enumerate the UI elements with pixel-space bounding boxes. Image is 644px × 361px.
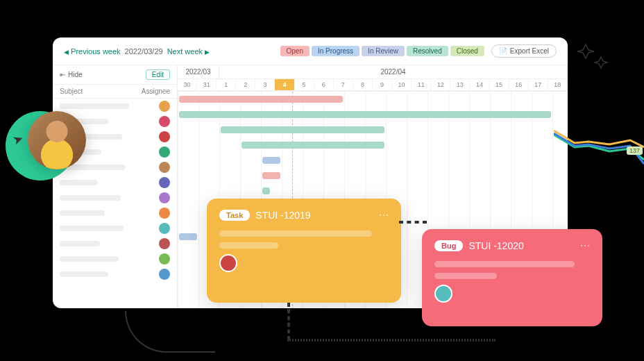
text-placeholder: [219, 242, 278, 249]
text-placeholder: [219, 230, 372, 237]
task-id: STUI -12019: [255, 210, 310, 221]
more-icon[interactable]: ⋯: [379, 210, 390, 221]
gantt-bar[interactable]: [221, 126, 384, 133]
day-cell: 17: [529, 79, 548, 91]
decorative-curve: [125, 311, 215, 353]
assignee-avatar: [159, 116, 170, 127]
toolbar: ◀ Previous week 2022/03/29 Next week ▶ O…: [53, 37, 568, 65]
table-row[interactable]: [53, 267, 177, 282]
chart-value: 137: [627, 146, 643, 155]
month-header: 2022/03: [178, 65, 219, 79]
assignee-avatar: [159, 238, 170, 249]
connector-line: [287, 303, 290, 340]
export-excel-button[interactable]: 📄 Export Excel: [491, 44, 557, 58]
table-row[interactable]: [53, 251, 177, 267]
table-row[interactable]: [53, 221, 177, 236]
gantt-bar[interactable]: [262, 157, 280, 164]
connector-line: [287, 339, 495, 342]
subject-placeholder: [60, 180, 98, 185]
assignee-avatar: [159, 131, 170, 142]
subject-placeholder: [60, 241, 100, 246]
assignee-avatar: [159, 192, 170, 203]
day-cell: 7: [334, 79, 353, 91]
gantt-bar[interactable]: [242, 142, 384, 149]
day-cell: 8: [353, 79, 373, 91]
status-in-progress[interactable]: In Progress: [312, 46, 359, 56]
subject-placeholder: [60, 256, 119, 262]
day-cell: 12: [431, 79, 450, 91]
column-assignee: Assignee: [142, 87, 170, 95]
assignee-avatar: [159, 208, 170, 219]
task-card[interactable]: ⋯ Task STUI -12019: [207, 199, 401, 303]
hero-avatar: [28, 111, 86, 169]
day-cell: 11: [412, 79, 431, 91]
assignee-avatar: [219, 254, 237, 272]
table-row[interactable]: [53, 99, 177, 114]
gantt-bar[interactable]: [262, 172, 280, 179]
day-cell: 31: [197, 79, 217, 91]
table-row[interactable]: [53, 175, 177, 190]
current-date: 2022/03/29: [125, 47, 163, 56]
subject-placeholder: [60, 103, 129, 109]
day-cell: 3: [255, 79, 275, 91]
sparkle-icon: [572, 37, 613, 79]
connector-line: [399, 221, 427, 224]
day-cell: 4: [275, 79, 294, 91]
next-week-link[interactable]: Next week ▶: [167, 47, 210, 56]
month-header: 2022/04: [219, 65, 568, 79]
gantt-bar[interactable]: [179, 96, 343, 103]
day-cell: 18: [548, 79, 568, 91]
table-row[interactable]: [53, 190, 177, 205]
table-row[interactable]: [53, 236, 177, 251]
day-cell: 10: [392, 79, 412, 91]
day-cell: 6: [314, 79, 334, 91]
gantt-bar[interactable]: [262, 187, 270, 194]
assignee-avatar: [159, 269, 170, 280]
task-tag: Task: [219, 210, 250, 221]
assignee-avatar: [434, 285, 452, 303]
status-in-review[interactable]: In Review: [362, 46, 405, 56]
prev-week-link[interactable]: ◀ Previous week: [64, 47, 121, 56]
status-resolved[interactable]: Resolved: [407, 46, 448, 56]
bug-card[interactable]: ⋯ Bug STUI -12020: [422, 229, 602, 326]
bug-id: STUI -12020: [468, 240, 523, 251]
day-cell: 14: [470, 79, 489, 91]
day-cell: 30: [178, 79, 197, 91]
day-cell: 1: [217, 79, 236, 91]
subject-placeholder: [60, 226, 124, 231]
gantt-bar[interactable]: [179, 111, 551, 118]
day-cell: 9: [373, 79, 392, 91]
hide-button[interactable]: ⇤ Hide: [60, 71, 83, 78]
mini-chart: [554, 124, 644, 165]
status-open[interactable]: Open: [280, 46, 310, 56]
assignee-avatar: [159, 223, 170, 234]
subject-placeholder: [60, 195, 121, 201]
day-cell: 13: [450, 79, 470, 91]
assignee-avatar: [159, 162, 170, 173]
assignee-avatar: [159, 146, 170, 158]
table-row[interactable]: [53, 205, 177, 221]
gantt-bar[interactable]: [179, 233, 197, 240]
assignee-avatar: [159, 101, 170, 112]
column-subject: Subject: [60, 87, 142, 95]
edit-button[interactable]: Edit: [146, 69, 170, 80]
day-cell: 15: [490, 79, 509, 91]
assignee-avatar: [159, 253, 170, 265]
day-cell: 16: [509, 79, 529, 91]
day-cell: 5: [295, 79, 314, 91]
subject-placeholder: [60, 210, 105, 216]
text-placeholder: [434, 261, 575, 267]
more-icon[interactable]: ⋯: [580, 240, 591, 251]
status-closed[interactable]: Closed: [450, 46, 484, 56]
collapse-icon: ⇤: [60, 71, 65, 78]
bug-tag: Bug: [434, 240, 463, 251]
sidebar: ⇤ Hide Edit Subject Assignee: [53, 65, 178, 308]
export-icon: 📄: [499, 47, 507, 55]
assignee-avatar: [159, 177, 170, 188]
text-placeholder: [434, 273, 497, 279]
subject-placeholder: [60, 271, 108, 277]
day-cell: 2: [236, 79, 255, 91]
